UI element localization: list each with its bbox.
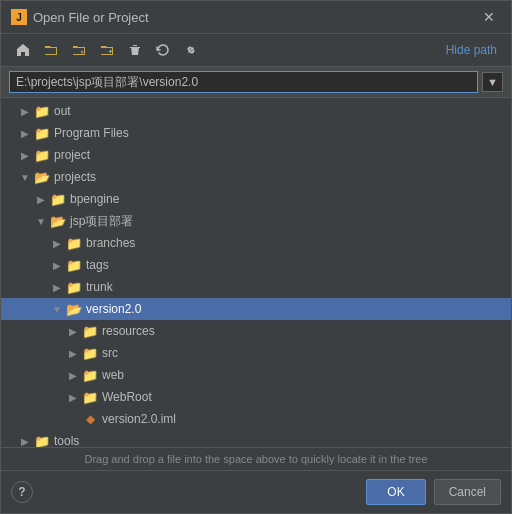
folder-icon-src: 📁 bbox=[81, 346, 99, 361]
path-dropdown-button[interactable]: ▼ bbox=[482, 72, 503, 92]
folder-icon-jsp: 📂 bbox=[49, 214, 67, 229]
open-folder-button[interactable] bbox=[39, 38, 63, 62]
tree-label-projects: projects bbox=[54, 170, 96, 184]
tree-label-iml: version2.0.iml bbox=[102, 412, 176, 426]
folder-icon-out: 📁 bbox=[33, 104, 51, 119]
tree-item-jsp-project[interactable]: ▼ 📂 jsp项目部署 bbox=[1, 210, 511, 232]
delete-button[interactable] bbox=[123, 38, 147, 62]
tree-label-src: src bbox=[102, 346, 118, 360]
tree-label-version2: version2.0 bbox=[86, 302, 141, 316]
expand-icon-webroot: ▶ bbox=[65, 392, 81, 403]
tree-item-projects[interactable]: ▼ 📂 projects bbox=[1, 166, 511, 188]
folder-icon-trunk-sub: 📁 bbox=[65, 280, 83, 295]
app-icon: J bbox=[11, 9, 27, 25]
expand-icon-bpengine: ▶ bbox=[33, 194, 49, 205]
close-button[interactable]: ✕ bbox=[477, 7, 501, 27]
folder-icon-tools: 📁 bbox=[33, 434, 51, 448]
expand-icon-trunk-sub: ▶ bbox=[49, 282, 65, 293]
folder-icon-pf: 📁 bbox=[33, 126, 51, 141]
help-button[interactable]: ? bbox=[11, 481, 33, 503]
tree-label-bpengine: bpengine bbox=[70, 192, 119, 206]
expand-icon-version2: ▼ bbox=[49, 304, 65, 315]
open-file-dialog: J Open File or Project ✕ + bbox=[0, 0, 512, 514]
tree-label-resources: resources bbox=[102, 324, 155, 338]
tree-item-project[interactable]: ▶ 📁 project bbox=[1, 144, 511, 166]
folder-icon-projects: 📂 bbox=[33, 170, 51, 185]
tree-item-version2-iml[interactable]: ▶ ◆ version2.0.iml bbox=[1, 408, 511, 430]
tree-label-out: out bbox=[54, 104, 71, 118]
folder-icon-bpengine: 📁 bbox=[49, 192, 67, 207]
folder-icon-tags: 📁 bbox=[65, 258, 83, 273]
expand-icon-project: ▶ bbox=[17, 150, 33, 161]
cancel-button[interactable]: Cancel bbox=[434, 479, 501, 505]
tree-label-tags: tags bbox=[86, 258, 109, 272]
refresh-button[interactable] bbox=[151, 38, 175, 62]
tree-item-tags[interactable]: ▶ 📁 tags bbox=[1, 254, 511, 276]
tree-label-webroot: WebRoot bbox=[102, 390, 152, 404]
folder-icon-project: 📁 bbox=[33, 148, 51, 163]
path-bar: ▼ bbox=[1, 67, 511, 98]
tree-item-web[interactable]: ▶ 📁 web bbox=[1, 364, 511, 386]
tree-item-bpengine[interactable]: ▶ 📁 bpengine bbox=[1, 188, 511, 210]
expand-icon-branches: ▶ bbox=[49, 238, 65, 249]
status-bar: Drag and drop a file into the space abov… bbox=[1, 447, 511, 470]
folder-icon-web: 📁 bbox=[81, 368, 99, 383]
path-input[interactable] bbox=[9, 71, 478, 93]
expand-icon-tags: ▶ bbox=[49, 260, 65, 271]
folder-icon-version2: 📂 bbox=[65, 302, 83, 317]
toolbar: + Hide path bbox=[1, 34, 511, 67]
action-buttons: OK Cancel bbox=[366, 479, 501, 505]
dialog-title: Open File or Project bbox=[33, 10, 471, 25]
expand-icon-src: ▶ bbox=[65, 348, 81, 359]
expand-icon-resources: ▶ bbox=[65, 326, 81, 337]
hide-path-button[interactable]: Hide path bbox=[442, 41, 501, 59]
expand-icon-projects: ▼ bbox=[17, 172, 33, 183]
tree-item-trunk-sub[interactable]: ▶ 📁 trunk bbox=[1, 276, 511, 298]
expand-icon-jsp: ▼ bbox=[33, 216, 49, 227]
browse-button[interactable] bbox=[67, 38, 91, 62]
expand-icon-pf: ▶ bbox=[17, 128, 33, 139]
expand-icon-out: ▶ bbox=[17, 106, 33, 117]
bottom-bar: ? OK Cancel bbox=[1, 470, 511, 513]
tree-item-program-files[interactable]: ▶ 📁 Program Files bbox=[1, 122, 511, 144]
tree-item-branches[interactable]: ▶ 📁 branches bbox=[1, 232, 511, 254]
tree-item-src[interactable]: ▶ 📁 src bbox=[1, 342, 511, 364]
file-icon-iml: ◆ bbox=[81, 412, 99, 426]
tree-label-branches: branches bbox=[86, 236, 135, 250]
tree-label-pf: Program Files bbox=[54, 126, 129, 140]
new-folder-button[interactable]: + bbox=[95, 38, 119, 62]
svg-text:+: + bbox=[108, 47, 113, 56]
tree-label-trunk-sub: trunk bbox=[86, 280, 113, 294]
tree-item-tools[interactable]: ▶ 📁 tools bbox=[1, 430, 511, 447]
title-bar: J Open File or Project ✕ bbox=[1, 1, 511, 34]
tree-item-version2[interactable]: ▼ 📂 version2.0 bbox=[1, 298, 511, 320]
tree-label-jsp: jsp项目部署 bbox=[70, 213, 133, 230]
folder-icon-webroot: 📁 bbox=[81, 390, 99, 405]
status-message: Drag and drop a file into the space abov… bbox=[84, 453, 427, 465]
expand-icon-tools: ▶ bbox=[17, 436, 33, 447]
tree-label-tools: tools bbox=[54, 434, 79, 447]
tree-label-web: web bbox=[102, 368, 124, 382]
folder-icon-branches: 📁 bbox=[65, 236, 83, 251]
tree-item-resources[interactable]: ▶ 📁 resources bbox=[1, 320, 511, 342]
home-button[interactable] bbox=[11, 38, 35, 62]
folder-icon-resources: 📁 bbox=[81, 324, 99, 339]
link-button[interactable] bbox=[179, 38, 203, 62]
ok-button[interactable]: OK bbox=[366, 479, 425, 505]
expand-icon-web: ▶ bbox=[65, 370, 81, 381]
tree-item-webroot[interactable]: ▶ 📁 WebRoot bbox=[1, 386, 511, 408]
tree-label-project: project bbox=[54, 148, 90, 162]
file-tree: ▶ 📁 out ▶ 📁 Program Files ▶ 📁 project ▼ … bbox=[1, 98, 511, 447]
tree-item-out[interactable]: ▶ 📁 out bbox=[1, 100, 511, 122]
